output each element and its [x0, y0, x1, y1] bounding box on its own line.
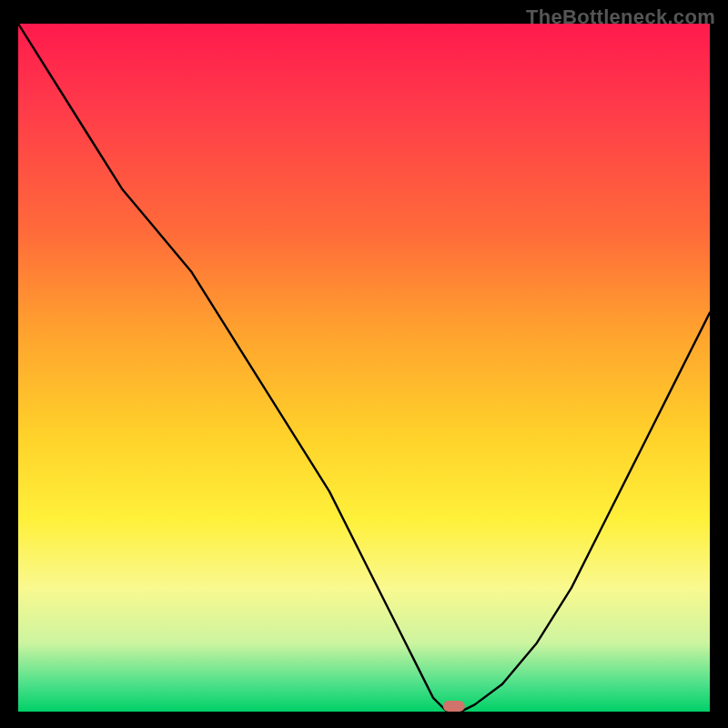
bottleneck-curve	[18, 24, 710, 712]
chart-frame: TheBottleneck.com	[0, 0, 728, 728]
watermark-text: TheBottleneck.com	[526, 5, 715, 29]
plot-area	[18, 24, 710, 712]
optimum-marker	[443, 701, 465, 712]
chart-overlay	[18, 24, 710, 712]
